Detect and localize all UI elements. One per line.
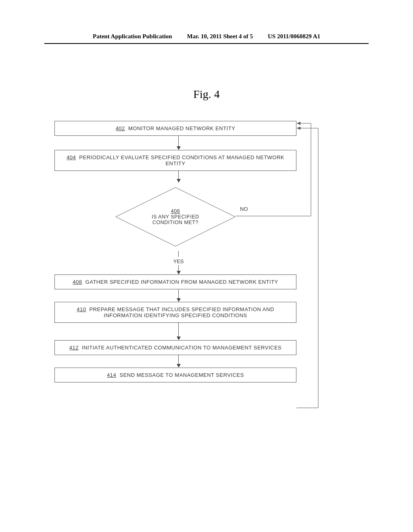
step-414: 414 SEND MESSAGE TO MANAGEMENT SERVICES bbox=[54, 368, 296, 382]
svg-marker-1 bbox=[297, 122, 300, 125]
step-410: 410 PREPARE MESSAGE THAT INCLUDES SPECIF… bbox=[54, 302, 296, 323]
page-header: Patent Application Publication Mar. 10, … bbox=[44, 33, 369, 44]
step-408: 408 GATHER SPECIFIED INFORMATION FROM MA… bbox=[54, 274, 296, 289]
step-number: 408 bbox=[73, 279, 82, 285]
header-right: US 2011/0060829 A1 bbox=[268, 33, 320, 40]
figure-title: Fig. 4 bbox=[0, 88, 413, 101]
step-number: 406 bbox=[171, 208, 180, 214]
step-text: SEND MESSAGE TO MANAGEMENT SERVICES bbox=[119, 372, 244, 378]
step-text: PERIODICALLY EVALUATE SPECIFIED CONDITIO… bbox=[79, 154, 284, 166]
step-text: IS ANY SPECIFIED CONDITION MET? bbox=[152, 214, 199, 225]
header-left: Patent Application Publication bbox=[93, 33, 172, 40]
step-text: MONITOR MANAGED NETWORK ENTITY bbox=[128, 125, 235, 131]
flowchart: 402 MONITOR MANAGED NETWORK ENTITY 404 P… bbox=[54, 121, 302, 382]
arrow-down-icon bbox=[54, 265, 302, 274]
step-number: 404 bbox=[67, 154, 76, 160]
step-412: 412 INITIATE AUTHENTICATED COMMUNICATION… bbox=[54, 340, 296, 355]
step-number: 412 bbox=[69, 345, 79, 351]
branch-label-yes: YES bbox=[54, 258, 302, 264]
arrow-down-icon bbox=[54, 323, 302, 340]
step-404: 404 PERIODICALLY EVALUATE SPECIFIED COND… bbox=[54, 150, 296, 171]
step-number: 402 bbox=[116, 125, 125, 131]
step-text: GATHER SPECIFIED INFORMATION FROM MANAGE… bbox=[86, 279, 278, 285]
step-text: PREPARE MESSAGE THAT INCLUDES SPECIFIED … bbox=[90, 306, 274, 318]
arrow-down-icon bbox=[54, 289, 302, 302]
arrow-down-icon bbox=[54, 251, 302, 257]
decision-406: 406 IS ANY SPECIFIED CONDITION MET? NO bbox=[54, 183, 296, 251]
step-number: 410 bbox=[77, 306, 86, 312]
branch-label-no: NO bbox=[240, 206, 248, 212]
arrow-down-icon bbox=[54, 171, 302, 183]
svg-marker-2 bbox=[297, 127, 300, 130]
step-402: 402 MONITOR MANAGED NETWORK ENTITY bbox=[54, 121, 296, 136]
step-text: INITIATE AUTHENTICATED COMMUNICATION TO … bbox=[82, 345, 282, 351]
arrow-down-icon bbox=[54, 136, 302, 150]
header-center: Mar. 10, 2011 Sheet 4 of 5 bbox=[187, 33, 253, 40]
arrow-down-icon bbox=[54, 355, 302, 368]
step-number: 414 bbox=[107, 372, 116, 378]
